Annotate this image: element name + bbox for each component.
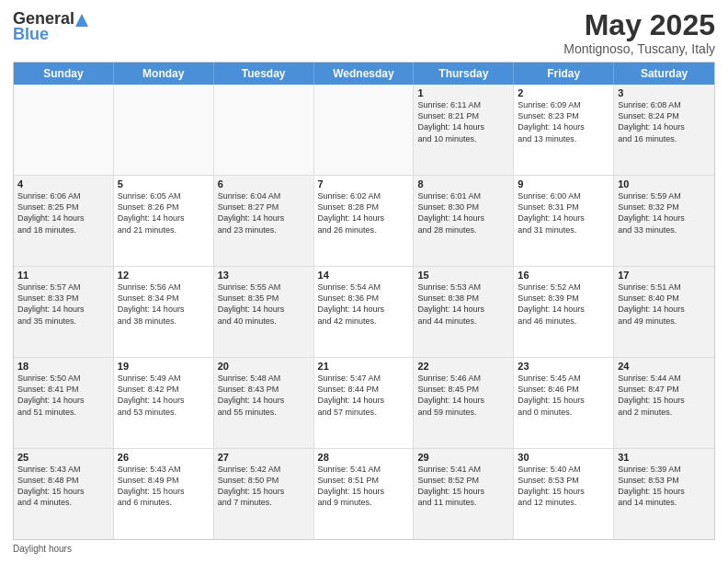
calendar-body: 1Sunrise: 6:11 AM Sunset: 8:21 PM Daylig… [14,85,714,539]
calendar-cell-4-4: 21Sunrise: 5:47 AM Sunset: 8:44 PM Dayli… [314,358,415,448]
cell-text: Sunrise: 6:00 AM Sunset: 8:31 PM Dayligh… [518,190,609,236]
cell-text: Sunrise: 5:50 AM Sunset: 8:41 PM Dayligh… [17,373,109,418]
day-number: 9 [518,178,609,190]
footer-text: Daylight hours [13,544,72,554]
cell-text: Sunrise: 5:41 AM Sunset: 8:52 PM Dayligh… [417,464,509,509]
cell-text: Sunrise: 5:39 AM Sunset: 8:53 PM Dayligh… [618,464,711,509]
calendar-row-4: 18Sunrise: 5:50 AM Sunset: 8:41 PM Dayli… [14,358,714,449]
cell-text: Sunrise: 6:01 AM Sunset: 8:30 PM Dayligh… [417,190,509,236]
day-number: 16 [518,270,609,281]
cell-text: Sunrise: 5:54 AM Sunset: 8:36 PM Dayligh… [318,282,410,327]
calendar-cell-3-7: 17Sunrise: 5:51 AM Sunset: 8:40 PM Dayli… [614,267,714,357]
calendar-cell-3-5: 15Sunrise: 5:53 AM Sunset: 8:38 PM Dayli… [414,267,514,357]
calendar-cell-1-4 [314,85,415,175]
cell-text: Sunrise: 5:43 AM Sunset: 8:49 PM Dayligh… [118,464,210,509]
day-number: 30 [518,452,609,463]
day-number: 2 [518,87,609,98]
cell-text: Sunrise: 5:46 AM Sunset: 8:45 PM Dayligh… [417,373,509,418]
day-number: 28 [318,452,410,463]
day-number: 13 [218,270,310,281]
calendar-cell-2-7: 10Sunrise: 5:59 AM Sunset: 8:32 PM Dayli… [614,176,714,266]
calendar-cell-1-7: 3Sunrise: 6:08 AM Sunset: 8:24 PM Daylig… [614,85,714,175]
day-number: 20 [218,361,310,372]
cell-text: Sunrise: 5:52 AM Sunset: 8:39 PM Dayligh… [518,282,609,327]
calendar-cell-5-6: 30Sunrise: 5:40 AM Sunset: 8:53 PM Dayli… [514,449,614,539]
logo-blue: Blue [13,25,49,44]
day-number: 7 [318,178,410,190]
day-number: 4 [17,178,109,190]
calendar-cell-4-1: 18Sunrise: 5:50 AM Sunset: 8:41 PM Dayli… [14,358,114,448]
cell-text: Sunrise: 5:53 AM Sunset: 8:38 PM Dayligh… [417,282,509,327]
day-number: 29 [417,452,509,463]
calendar-cell-1-3 [214,85,314,175]
day-number: 26 [118,452,210,463]
cell-text: Sunrise: 5:59 AM Sunset: 8:32 PM Dayligh… [618,190,711,236]
calendar-cell-1-1 [14,85,114,175]
calendar-cell-1-2 [114,85,214,175]
cell-text: Sunrise: 5:48 AM Sunset: 8:43 PM Dayligh… [218,373,310,418]
cell-text: Sunrise: 5:55 AM Sunset: 8:35 PM Dayligh… [218,282,310,327]
month-title: May 2025 [563,9,715,41]
day-number: 21 [318,361,410,372]
calendar-cell-3-6: 16Sunrise: 5:52 AM Sunset: 8:39 PM Dayli… [514,267,614,357]
day-header-tuesday: Tuesday [214,63,314,85]
location-title: Montignoso, Tuscany, Italy [563,41,715,56]
calendar-cell-5-7: 31Sunrise: 5:39 AM Sunset: 8:53 PM Dayli… [614,449,714,539]
day-header-sunday: Sunday [14,63,114,85]
day-number: 24 [618,361,711,372]
day-number: 8 [417,178,509,190]
cell-text: Sunrise: 6:06 AM Sunset: 8:25 PM Dayligh… [17,190,109,236]
cell-text: Sunrise: 6:11 AM Sunset: 8:21 PM Dayligh… [417,99,509,144]
day-number: 22 [417,361,509,372]
day-number: 14 [318,270,410,281]
day-header-thursday: Thursday [414,63,514,85]
title-area: May 2025 Montignoso, Tuscany, Italy [563,9,715,56]
page: General Blue May 2025 Montignoso, Tuscan… [0,0,728,563]
calendar-cell-1-6: 2Sunrise: 6:09 AM Sunset: 8:23 PM Daylig… [514,85,614,175]
cell-text: Sunrise: 5:51 AM Sunset: 8:40 PM Dayligh… [618,282,711,327]
cell-text: Sunrise: 6:05 AM Sunset: 8:26 PM Dayligh… [118,190,210,236]
day-number: 27 [218,452,310,463]
calendar-cell-4-7: 24Sunrise: 5:44 AM Sunset: 8:47 PM Dayli… [614,358,714,448]
cell-text: Sunrise: 6:09 AM Sunset: 8:23 PM Dayligh… [518,99,609,144]
cell-text: Sunrise: 5:47 AM Sunset: 8:44 PM Dayligh… [318,373,410,418]
cell-text: Sunrise: 5:43 AM Sunset: 8:48 PM Dayligh… [17,464,109,509]
calendar-cell-4-3: 20Sunrise: 5:48 AM Sunset: 8:43 PM Dayli… [214,358,314,448]
calendar-cell-5-5: 29Sunrise: 5:41 AM Sunset: 8:52 PM Dayli… [414,449,514,539]
cell-text: Sunrise: 6:04 AM Sunset: 8:27 PM Dayligh… [218,190,310,236]
calendar-row-1: 1Sunrise: 6:11 AM Sunset: 8:21 PM Daylig… [14,85,714,176]
day-number: 6 [218,178,310,190]
cell-text: Sunrise: 6:02 AM Sunset: 8:28 PM Dayligh… [318,190,410,236]
footer: Daylight hours [13,544,715,554]
cell-text: Sunrise: 6:08 AM Sunset: 8:24 PM Dayligh… [618,99,711,144]
day-number: 19 [118,361,210,372]
calendar-cell-2-5: 8Sunrise: 6:01 AM Sunset: 8:30 PM Daylig… [414,176,514,266]
calendar-cell-2-2: 5Sunrise: 6:05 AM Sunset: 8:26 PM Daylig… [114,176,214,266]
calendar-cell-1-5: 1Sunrise: 6:11 AM Sunset: 8:21 PM Daylig… [414,85,514,175]
calendar-cell-5-3: 27Sunrise: 5:42 AM Sunset: 8:50 PM Dayli… [214,449,314,539]
calendar-header: SundayMondayTuesdayWednesdayThursdayFrid… [14,63,714,85]
cell-text: Sunrise: 5:42 AM Sunset: 8:50 PM Dayligh… [218,464,310,509]
day-number: 31 [618,452,711,463]
day-number: 3 [618,87,711,98]
day-number: 11 [17,270,109,281]
day-number: 10 [618,178,711,190]
logo-triangle-icon [75,14,88,27]
day-number: 5 [118,178,210,190]
calendar-row-2: 4Sunrise: 6:06 AM Sunset: 8:25 PM Daylig… [14,176,714,267]
cell-text: Sunrise: 5:44 AM Sunset: 8:47 PM Dayligh… [618,373,711,418]
calendar-cell-4-5: 22Sunrise: 5:46 AM Sunset: 8:45 PM Dayli… [414,358,514,448]
svg-marker-0 [75,14,88,27]
calendar-cell-5-1: 25Sunrise: 5:43 AM Sunset: 8:48 PM Dayli… [14,449,114,539]
cell-text: Sunrise: 5:56 AM Sunset: 8:34 PM Dayligh… [118,282,210,327]
day-header-monday: Monday [114,63,214,85]
calendar-cell-3-4: 14Sunrise: 5:54 AM Sunset: 8:36 PM Dayli… [314,267,415,357]
day-number: 15 [417,270,509,281]
calendar: SundayMondayTuesdayWednesdayThursdayFrid… [13,62,715,540]
day-number: 12 [118,270,210,281]
calendar-cell-5-2: 26Sunrise: 5:43 AM Sunset: 8:49 PM Dayli… [114,449,214,539]
day-header-saturday: Saturday [614,63,714,85]
calendar-cell-4-6: 23Sunrise: 5:45 AM Sunset: 8:46 PM Dayli… [514,358,614,448]
calendar-cell-3-1: 11Sunrise: 5:57 AM Sunset: 8:33 PM Dayli… [14,267,114,357]
calendar-cell-3-3: 13Sunrise: 5:55 AM Sunset: 8:35 PM Dayli… [214,267,314,357]
